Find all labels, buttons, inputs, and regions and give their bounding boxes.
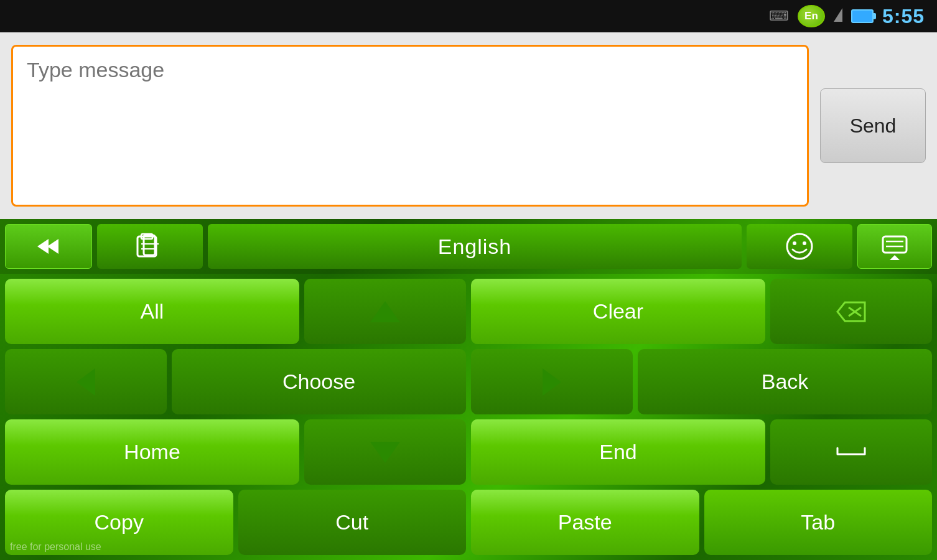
status-bar: ⌨ En 5:55 [0, 0, 937, 32]
clipboard-button[interactable] [97, 224, 203, 269]
right-key[interactable] [471, 349, 633, 414]
back-key[interactable]: Back [638, 349, 932, 414]
svg-marker-14 [837, 302, 865, 321]
emoji-icon [785, 232, 814, 261]
language-button[interactable]: English [208, 224, 742, 269]
home-key[interactable]: Home [5, 419, 299, 485]
clock: 5:55 [882, 5, 925, 28]
send-button[interactable]: Send [820, 88, 926, 163]
back-sound-icon [35, 234, 62, 259]
key-row-3: Home End [5, 419, 932, 485]
svg-marker-13 [890, 255, 900, 260]
toolbar-row: English [0, 219, 937, 274]
choose-key[interactable]: Choose [172, 349, 466, 414]
space-icon [835, 446, 867, 459]
end-key[interactable]: End [471, 419, 765, 485]
message-input[interactable] [11, 45, 809, 207]
key-row-1: All Clear [5, 279, 932, 344]
hide-keyboard-icon [881, 233, 908, 260]
keyboard-icon: ⌨ [769, 8, 789, 24]
clipboard-icon [135, 233, 165, 260]
clear-key[interactable]: Clear [471, 279, 765, 344]
down-key[interactable] [304, 419, 466, 485]
up-key[interactable] [304, 279, 466, 344]
free-label: free for personal use [10, 541, 101, 553]
all-key[interactable]: All [5, 279, 299, 344]
language-badge: En [798, 5, 825, 27]
left-key[interactable] [5, 349, 167, 414]
paste-key[interactable]: Paste [471, 490, 699, 555]
svg-point-7 [787, 234, 812, 259]
backspace-icon [835, 300, 867, 324]
keys-area: All Clear Choose [0, 274, 937, 560]
cut-key[interactable]: Cut [238, 490, 467, 555]
svg-marker-0 [37, 239, 49, 254]
backspace-key[interactable] [770, 279, 932, 344]
svg-point-9 [803, 241, 806, 245]
tab-key[interactable]: Tab [704, 490, 933, 555]
svg-point-8 [793, 241, 796, 245]
arrow-right-icon [543, 368, 561, 396]
hide-keyboard-button[interactable] [857, 224, 932, 269]
message-area: Send [0, 32, 937, 219]
battery-icon [851, 9, 874, 23]
arrow-down-icon [370, 442, 400, 463]
copy-key[interactable]: Copy free for personal use [5, 490, 233, 555]
emoji-button[interactable] [747, 224, 852, 269]
key-row-2: Choose Back [5, 349, 932, 414]
svg-marker-1 [47, 239, 58, 254]
back-sound-button[interactable] [5, 224, 92, 269]
signal-icon [834, 8, 842, 24]
arrow-up-icon [370, 301, 400, 322]
arrow-left-icon [77, 368, 95, 396]
key-row-4: Copy free for personal use Cut Paste Tab [5, 490, 932, 555]
keyboard-area: English All [0, 219, 937, 560]
svg-rect-10 [883, 236, 907, 253]
space-key[interactable] [770, 419, 932, 485]
